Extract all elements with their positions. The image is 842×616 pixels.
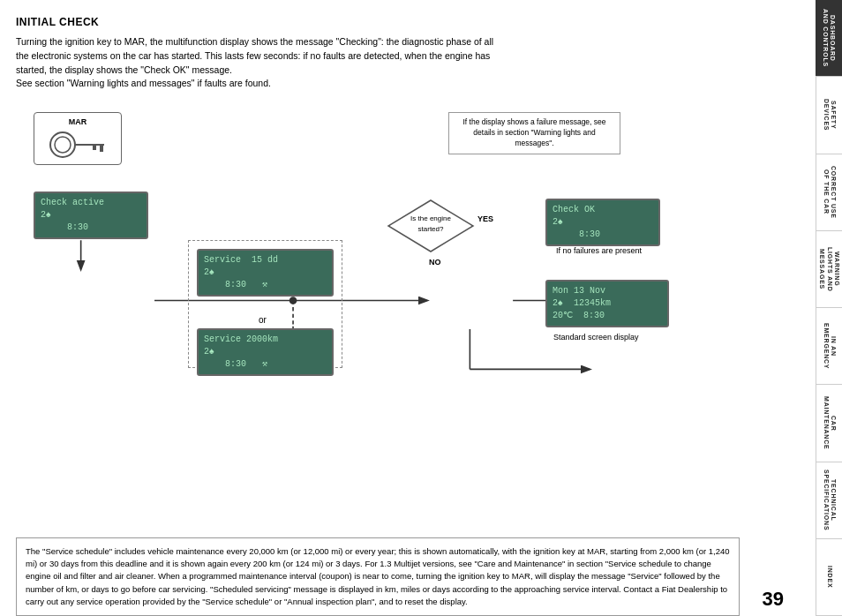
lcd1-line3: 8:30	[41, 222, 141, 234]
lcd2-line1: Service 15 dd	[204, 254, 327, 267]
section-title: INITIAL CHECK	[16, 16, 800, 28]
bottom-note: The "Service schedule" includes vehicle …	[16, 537, 740, 616]
lcd2-line2: 2♠	[204, 267, 327, 279]
sidebar-tab-car-maintenance[interactable]: CARMAINTENANCE	[816, 385, 842, 462]
lcd-check-active: Check active 2♠ 8:30	[34, 192, 148, 239]
diagram-svg	[16, 103, 800, 530]
sidebar-tab-dashboard[interactable]: DASHBOARDAND CONTROLS	[816, 0, 842, 77]
no-label: NO	[429, 258, 441, 267]
intro-text: Turning the ignition key to MAR, the mul…	[16, 35, 740, 91]
sidebar-tab-technical[interactable]: TECHNICALSPECIFICATIONS	[816, 462, 842, 539]
svg-text:Is the engine: Is the engine	[410, 214, 451, 222]
key-icon	[47, 130, 109, 161]
sidebar-tab-index[interactable]: INDEX	[816, 539, 842, 616]
sidebar-tab-correct-use[interactable]: CORRECT USEOF THE CAR	[816, 154, 842, 231]
lcd1-line2: 2♠	[41, 209, 141, 222]
sidebar-tab-safety[interactable]: SAFETYDEVICES	[816, 77, 842, 154]
lcd3-line1: Service 2000km	[204, 334, 327, 346]
lcd3-line3: 8:30 ⚒	[204, 358, 327, 371]
lcd-service-km: Service 2000km 2♠ 8:30 ⚒	[197, 328, 334, 376]
lcd2-line3: 8:30 ⚒	[204, 279, 327, 291]
lcd5-line3: 20℃ 8:30	[553, 310, 662, 322]
page-number: 39	[763, 588, 784, 611]
lcd-standard: Mon 13 Nov 2♠ 12345km 20℃ 8:30	[545, 280, 669, 327]
svg-text:started?: started?	[418, 225, 444, 233]
sidebar-tab-warning[interactable]: WARNINGLIGHTS ANDMESSAGES	[816, 231, 842, 308]
svg-rect-12	[93, 145, 96, 150]
lcd3-line2: 2♠	[204, 346, 327, 358]
key-label: MAR	[69, 117, 87, 126]
failure-note: If the display shows a failure message, …	[448, 112, 620, 154]
yes-label: YES	[477, 214, 493, 223]
standard-display-label: Standard screen display	[553, 333, 639, 342]
lcd5-line1: Mon 13 Nov	[553, 285, 662, 297]
right-sidebar: DASHBOARDAND CONTROLS SAFETYDEVICES CORR…	[816, 0, 842, 616]
main-content: INITIAL CHECK Turning the ignition key t…	[0, 0, 816, 616]
svg-rect-13	[100, 145, 103, 152]
or-label: or	[259, 315, 267, 325]
svg-point-10	[55, 137, 71, 153]
lcd1-line1: Check active	[41, 197, 141, 209]
sidebar-tab-emergency[interactable]: IN ANEMERGENCY	[816, 308, 842, 385]
svg-point-9	[50, 132, 75, 157]
if-no-failures-label: If no failures are present	[556, 246, 642, 255]
key-box: MAR	[34, 112, 122, 165]
engine-diamond: Is the engine started?	[387, 199, 475, 255]
lcd4-line1: Check OK	[553, 204, 653, 216]
lcd-check-ok: Check OK 2♠ 8:30	[545, 199, 660, 246]
diagram-area: MAR Check active 2♠ 8:30 Service 15 dd 2…	[16, 103, 800, 530]
lcd4-line2: 2♠	[553, 216, 653, 229]
lcd-service-days: Service 15 dd 2♠ 8:30 ⚒	[197, 249, 334, 297]
lcd4-line3: 8:30	[553, 229, 653, 241]
lcd5-line2: 2♠ 12345km	[553, 297, 662, 310]
